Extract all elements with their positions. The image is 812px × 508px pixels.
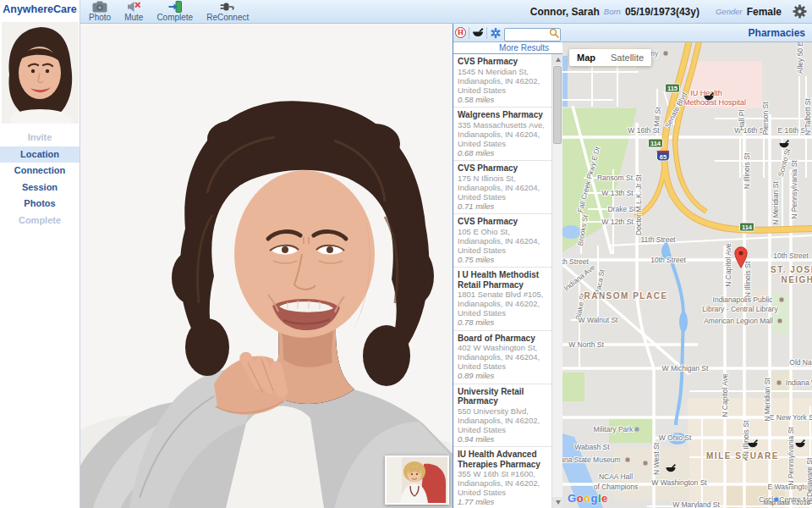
map-label: N Capitol Ave <box>721 373 729 417</box>
sidebar-item-location[interactable]: Location <box>0 146 80 163</box>
map-panel: Pharmacies <box>562 24 812 508</box>
google-logo: Google <box>568 492 608 505</box>
pharmacy-result-item[interactable]: IU Health Advanced Therapies Pharmacy355… <box>453 447 551 508</box>
poi-dot-icon <box>778 319 782 323</box>
results-filter-bar: H <box>453 24 562 42</box>
map-label: W North St <box>568 340 604 349</box>
map-label: Library - Central Library <box>702 305 777 313</box>
pharmacy-result-item[interactable]: CVS Pharmacy175 N Illinois St, Indianapo… <box>453 161 551 214</box>
more-results-link[interactable]: More Results <box>453 42 562 54</box>
sidebar-item-invite: Invite <box>0 130 80 146</box>
map-label: Indianapolis Public <box>713 295 773 304</box>
map-label: Drake St <box>607 205 635 213</box>
anywherecare-app: Photo Mute Complete <box>0 0 812 508</box>
map-label: N Pennsylvania St <box>790 160 798 218</box>
map-label: 11th Street <box>641 235 676 244</box>
result-address: 335 Massachusetts Ave, Indianapolis, IN … <box>458 120 550 148</box>
map-label: Alley 50 E <box>796 42 804 74</box>
result-address: 105 E Ohio St, Indianapolis, IN 46204, U… <box>458 227 550 255</box>
map-label: 10th Street <box>562 257 589 266</box>
camera-icon <box>92 1 107 13</box>
pharmacy-mortar-icon[interactable] <box>472 27 484 39</box>
poi-dot-icon <box>626 458 630 462</box>
provider-pip-video[interactable] <box>385 456 449 505</box>
sidebar-item-photos[interactable]: Photos <box>0 196 80 213</box>
pharmacy-result-item[interactable]: CVS Pharmacy105 E Ohio St, Indianapolis,… <box>453 214 551 268</box>
map-type-control: Map Satellite <box>569 49 651 66</box>
provider-video-frame <box>387 457 447 503</box>
map-label: Military Park <box>594 425 634 433</box>
photo-button[interactable]: Photo <box>89 1 111 22</box>
pharmacy-map-marker[interactable] <box>666 462 677 478</box>
scrollbar-thumb[interactable] <box>553 66 562 144</box>
poi-dot-icon <box>780 298 784 302</box>
map-label: American Legion Mall <box>704 317 773 325</box>
complete-button[interactable]: Complete <box>156 1 193 22</box>
google-map[interactable]: mp CompanyIU HealthMethodist HospitalW 1… <box>562 42 812 508</box>
pharmacy-result-item[interactable]: Walgreens Pharmacy335 Massachusetts Ave,… <box>453 108 551 161</box>
born-label: Born <box>604 7 621 16</box>
settings-button[interactable] <box>793 4 807 19</box>
result-address: 550 University Blvd, Indianapolis, IN 46… <box>458 406 550 434</box>
pharmacy-result-item[interactable]: I U Health Methodist Retail Pharmacy1801… <box>453 268 551 331</box>
gender-label: Gender <box>716 7 743 16</box>
result-address: 1801 Senate Blvd #105, Indianapolis, IN … <box>458 290 550 318</box>
map-label: W Michigan St <box>662 364 709 373</box>
map-label: W Walnut St <box>579 316 618 324</box>
result-address: 355 W 16th St #1600, Indianapolis, IN 46… <box>458 469 550 497</box>
pharmacy-result-item[interactable]: CVS Pharmacy1545 N Meridian St, Indianap… <box>453 54 551 108</box>
pharmacy-map-marker[interactable] <box>748 438 759 453</box>
patient-gender: Female <box>747 6 782 18</box>
pharmacy-results-list: CVS Pharmacy1545 N Meridian St, Indianap… <box>453 54 551 508</box>
map-label: N West St <box>652 443 661 475</box>
filter-separator <box>486 27 487 39</box>
map-label: Doctor M.L.K. Jr St <box>634 174 643 235</box>
result-name: CVS Pharmacy <box>458 163 550 174</box>
result-name: University Retail Pharmacy <box>458 387 550 406</box>
map-label: Mill St <box>652 107 662 127</box>
sidebar-item-session[interactable]: Session <box>0 179 80 196</box>
mute-button[interactable]: Mute <box>124 1 143 22</box>
mute-label: Mute <box>124 14 143 22</box>
result-distance: 0.89 miles <box>458 371 550 381</box>
pharmacy-map-marker[interactable] <box>704 91 715 106</box>
map-label: W 12th St <box>601 218 633 226</box>
map-label: RANSOM PLACE <box>584 291 667 301</box>
reconnect-button[interactable]: ReConnect <box>206 1 249 22</box>
search-icon[interactable] <box>549 28 559 38</box>
map-label: W Washington St <box>651 478 706 487</box>
sidebar-menu: Invite Location Connection Session Photo… <box>0 130 80 229</box>
map-label: N Talbott St <box>804 98 812 135</box>
map-label: Wabash St <box>574 443 609 451</box>
door-exit-icon <box>168 1 182 13</box>
patient-video-feed <box>80 24 453 508</box>
result-distance: 1.77 miles <box>458 497 550 507</box>
sidebar-item-connection[interactable]: Connection <box>0 163 80 179</box>
map-label: Methodist Hospital <box>683 98 746 107</box>
result-address: 402 W Washington St, Indianapolis, IN 46… <box>458 343 550 371</box>
gear-icon <box>793 4 807 19</box>
reconnect-label: ReConnect <box>206 14 249 22</box>
top-header-bar: Photo Mute Complete <box>80 0 812 24</box>
map-type-satellite-button[interactable]: Satellite <box>603 49 651 66</box>
map-label: N Delaware St <box>805 458 812 505</box>
selected-location-pin[interactable] <box>734 246 749 273</box>
left-sidebar: AnywhereCare Invite Location Connection … <box>0 0 80 508</box>
pharmacy-result-item[interactable]: Board of Pharmacy402 W Washington St, In… <box>453 331 551 384</box>
result-distance: 0.71 miles <box>458 202 550 212</box>
call-toolbar: Photo Mute Complete <box>89 0 249 23</box>
map-type-map-button[interactable]: Map <box>569 49 603 66</box>
pharmacy-map-marker[interactable] <box>779 138 790 153</box>
plug-icon <box>220 1 235 13</box>
map-label: NEIGH <box>781 275 812 284</box>
results-scrollbar[interactable] <box>551 54 562 508</box>
hospital-icon[interactable]: H <box>455 27 466 38</box>
map-label: N Pennsylvania St <box>787 427 795 485</box>
map-label: 10th Street <box>650 256 686 264</box>
pharmacy-result-item[interactable]: University Retail Pharmacy550 University… <box>453 384 551 448</box>
map-label: N Illinois St <box>743 153 751 190</box>
pharmacy-map-marker[interactable] <box>795 438 806 453</box>
map-label: ana State Museum <box>562 456 621 464</box>
star-of-life-icon[interactable] <box>490 27 502 39</box>
patient-dob: 05/19/1973(43y) <box>625 6 700 18</box>
